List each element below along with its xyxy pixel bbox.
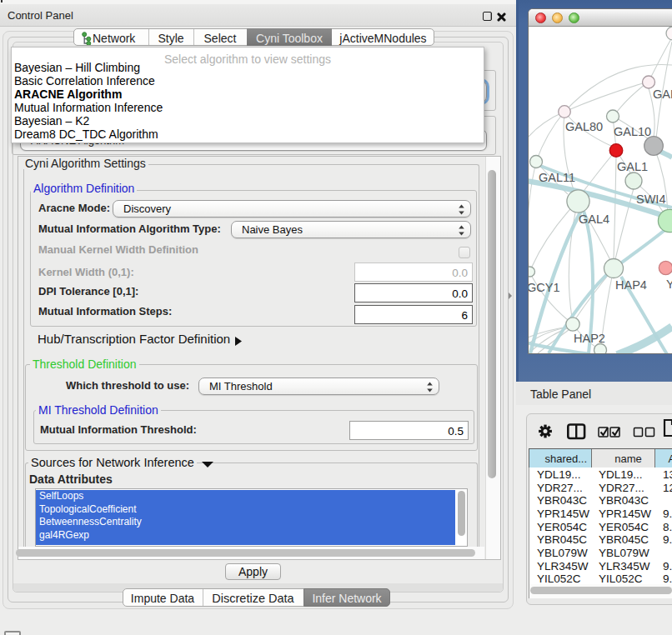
svg-text:GCY1: GCY1 [529, 281, 560, 294]
svg-text:GAL4: GAL4 [579, 212, 609, 226]
svg-text:HAP4: HAP4 [615, 278, 647, 292]
svg-text:SWI4: SWI4 [636, 192, 665, 206]
svg-text:Y: Y [666, 278, 672, 291]
svg-text:GAL7: GAL7 [653, 88, 672, 101]
svg-text:HAP2: HAP2 [574, 332, 605, 345]
svg-text:GAL10: GAL10 [614, 125, 651, 138]
svg-text:GAL80: GAL80 [565, 120, 603, 133]
svg-text:GAL1: GAL1 [617, 160, 648, 173]
svg-text:GAL11: GAL11 [539, 171, 575, 184]
